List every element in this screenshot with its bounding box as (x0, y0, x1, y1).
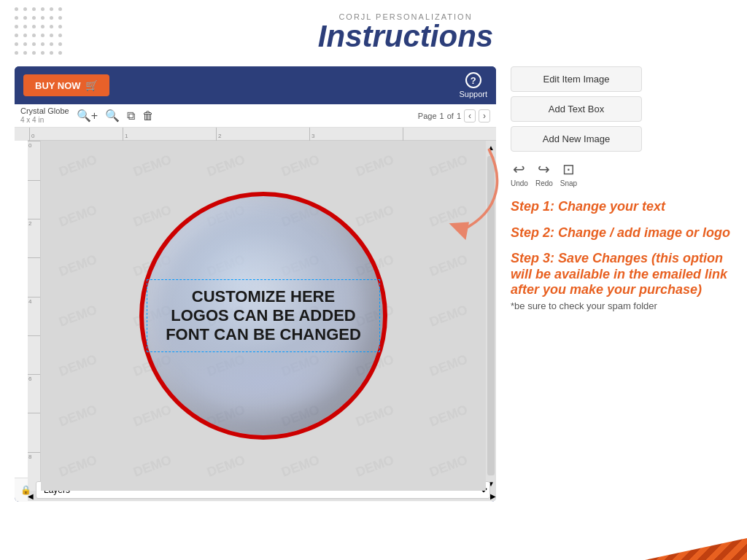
edit-item-image-button[interactable]: Edit Item Image (511, 66, 642, 92)
v-tick-1 (28, 180, 40, 219)
canvas-wrapper: 0 1 2 3 0 2 4 (15, 128, 496, 478)
undo-item[interactable]: ↩ Undo (511, 160, 528, 187)
vertical-ruler: 0 2 4 6 8 (28, 141, 41, 491)
v-tick-0: 0 (28, 141, 40, 179)
item-info: Crystal Globe 4 x 4 in (20, 106, 69, 125)
ruler-corner (15, 128, 28, 141)
ruler-tick-3: 3 (309, 128, 403, 141)
zoom-out-button[interactable]: 🔍 (104, 107, 121, 124)
undo-icon: ↩ (513, 160, 525, 178)
support-button[interactable]: ? Support (459, 72, 487, 98)
step-3-body: *be sure to check your spam folder (511, 300, 732, 313)
editor-sub-toolbar: Crystal Globe 4 x 4 in 🔍+ 🔍 ⧉ 🗑 Page 1 o… (15, 104, 496, 128)
globe-reflection (179, 351, 347, 411)
add-text-box-button[interactable]: Add Text Box (511, 96, 642, 122)
page-header: CORJL PERSONALIZATION Instructions (0, 0, 747, 61)
bottom-right-decoration (645, 538, 747, 560)
redo-icon: ↪ (538, 160, 550, 178)
v-tick-6: 6 (28, 374, 40, 413)
canvas-image-area[interactable]: DEMODEMODEMODEMODEMODEMO DEMODEMODEMODEM… (41, 141, 486, 491)
item-name: Crystal Globe (20, 106, 69, 116)
page-prev-button[interactable]: ‹ (464, 109, 476, 122)
undo-redo-row: ↩ Undo ↪ Redo ⊡ Snap (511, 160, 732, 187)
cart-icon: 🛒 (85, 79, 98, 91)
page-total: 1 (457, 112, 461, 120)
v-tick-3 (28, 257, 40, 296)
right-panel: Edit Item Image Add Text Box Add New Ima… (511, 66, 732, 502)
editor-toolbar: BUY NOW 🛒 ? Support (15, 66, 496, 104)
support-circle-icon: ? (465, 72, 481, 88)
scroll-right-button[interactable]: ▶ (490, 489, 496, 502)
step-3: Step 3: Save Changes (this option will b… (511, 251, 732, 313)
redo-label: Redo (535, 179, 553, 187)
snap-label: Snap (560, 179, 577, 187)
v-tick-4: 4 (28, 297, 40, 335)
add-new-image-button[interactable]: Add New Image (511, 126, 642, 152)
page-nav: Page 1 of 1 ‹ › (418, 109, 490, 122)
canvas-line2: LOGOS CAN BE ADDED (166, 306, 361, 325)
header-text-block: CORJL PERSONALIZATION Instructions (79, 12, 732, 52)
scroll-track-vertical (487, 156, 495, 475)
scroll-up-button[interactable]: ▲ (486, 141, 496, 155)
v-tick-7 (28, 413, 40, 451)
step-1: Step 1: Change your text (511, 199, 732, 215)
delete-button[interactable]: 🗑 (141, 108, 155, 124)
editor-panel: BUY NOW 🛒 ? Support Crystal Globe 4 x 4 … (15, 66, 496, 502)
step-2-heading: Step 2: Change / add image or logo (511, 225, 732, 241)
canvas-main: 0 1 2 3 0 2 4 (28, 128, 496, 478)
buy-now-label: BUY NOW (35, 80, 81, 91)
ruler-tick-0: 0 (29, 128, 123, 141)
step-3-heading: Step 3: Save Changes (this option will b… (511, 251, 732, 298)
main-content: BUY NOW 🛒 ? Support Crystal Globe 4 x 4 … (15, 66, 732, 502)
ruler-tick-4 (403, 128, 496, 141)
ruler-ticks: 0 1 2 3 (29, 128, 496, 141)
canvas-content-row: 0 2 4 6 8 DEMODEMODEMODEMOD (28, 141, 496, 491)
buy-now-button[interactable]: BUY NOW 🛒 (23, 74, 109, 96)
canvas-line3: FONT CAN BE CHANGED (166, 325, 361, 344)
v-tick-2: 2 (28, 219, 40, 257)
page-title: Instructions (79, 21, 732, 52)
v-tick-5 (28, 335, 40, 374)
snap-item[interactable]: ⊡ Snap (560, 160, 577, 187)
ruler-tick-2: 2 (216, 128, 309, 141)
action-buttons: Edit Item Image Add Text Box Add New Ima… (511, 66, 732, 152)
horizontal-ruler: 0 1 2 3 (28, 128, 496, 141)
ruler-tick-1: 1 (123, 128, 216, 141)
page-current: 1 (440, 112, 444, 120)
globe-text-overlay: CUSTOMIZE HERE LOGOS CAN BE ADDED FONT C… (158, 280, 368, 352)
vertical-scrollbar[interactable]: ▲ ▼ (486, 141, 496, 491)
step-1-heading: Step 1: Change your text (511, 199, 732, 215)
globe-image: CUSTOMIZE HERE LOGOS CAN BE ADDED FONT C… (139, 192, 387, 440)
support-label: Support (459, 90, 487, 98)
page-label: Page (418, 112, 437, 120)
zoom-tools: 🔍+ 🔍 ⧉ 🗑 (75, 107, 155, 124)
dot-grid-decoration (15, 7, 64, 57)
snap-icon: ⊡ (562, 160, 575, 178)
page-separator: of (447, 112, 454, 120)
lock-icon: 🔒 (20, 485, 31, 495)
page-next-button[interactable]: › (479, 109, 490, 122)
undo-label: Undo (511, 179, 528, 187)
duplicate-button[interactable]: ⧉ (125, 108, 136, 124)
redo-item[interactable]: ↪ Redo (535, 160, 553, 187)
canvas-line1: CUSTOMIZE HERE (166, 287, 361, 306)
zoom-in-button[interactable]: 🔍+ (75, 107, 99, 124)
item-dimensions: 4 x 4 in (20, 116, 69, 125)
step-2: Step 2: Change / add image or logo (511, 225, 732, 241)
steps-content: Step 1: Change your text Step 2: Change … (511, 199, 732, 502)
